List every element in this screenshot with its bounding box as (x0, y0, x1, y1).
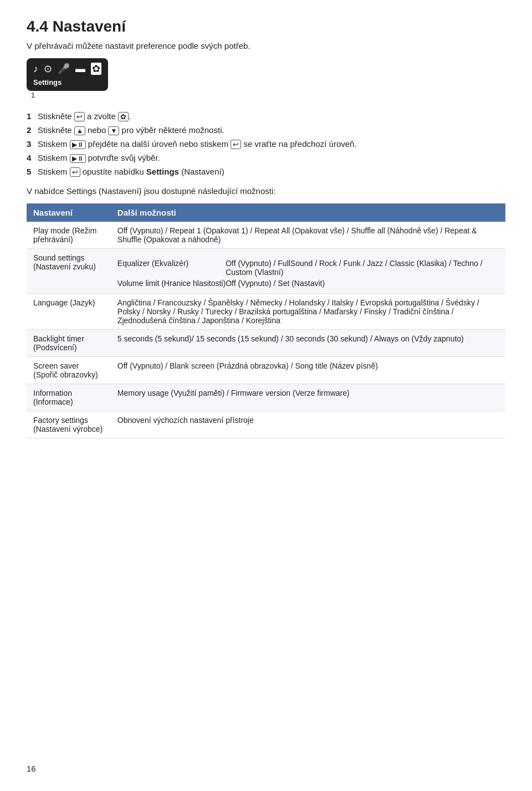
table-cell-dalsi: Off (Vypnuto) / Blank screen (Prázdná ob… (111, 356, 505, 384)
mic-icon: 🎤 (58, 63, 70, 75)
step-2-text: Stiskněte ▲ nebo ▼ pro výběr některé mož… (38, 125, 224, 135)
sub-cell-value: Off (Vypnuto) / FullSound / Rock / Funk … (226, 258, 499, 278)
sub-cell-value: Off (Vypnuto) / Set (Nastavit) (226, 278, 499, 289)
section-intro: V nabídce Settings (Nastavení) jsou dost… (27, 185, 505, 198)
step-5-num: 5 (27, 167, 34, 176)
table-cell-nastaveni: Backlight timer (Podsvícení) (27, 329, 111, 356)
back-icon-3: ↩ (231, 140, 241, 149)
settings-icon-active: ✿ (91, 63, 101, 75)
settings-bold: Settings (146, 167, 179, 176)
table-row: Sound settings (Nastavení zvuku)Equalize… (27, 248, 505, 293)
table-row: Information (Informace)Memory usage (Vyu… (27, 384, 505, 411)
step-2-num: 2 (27, 125, 34, 135)
page-title: 4.4 Nastavení (27, 18, 505, 35)
device-number-label: 1 (31, 91, 108, 99)
device-image: ♪ ⊙ 🎤 ▬ ✿ Settings 1 (27, 58, 505, 100)
subtitle: V přehrávači můžete nastavit preference … (27, 41, 505, 50)
sub-cell-label: Volume limit (Hranice hlasitosti) (117, 278, 226, 289)
device-label: Settings (33, 78, 62, 86)
play-icon-3: ▶⏸ (70, 140, 86, 149)
camera-icon: ⊙ (44, 63, 52, 75)
device-box: ♪ ⊙ 🎤 ▬ ✿ Settings (27, 58, 108, 91)
back-icon-5: ↩ (70, 167, 80, 177)
step-5: 5 Stiskem ↩ opustíte nabídku Settings (N… (27, 167, 505, 176)
table-cell-dalsi: Obnovení výchozích nastavení přístroje (111, 411, 505, 438)
table-row: Language (Jazyk)Angličtina / Francouzsky… (27, 293, 505, 329)
table-row: Play mode (Režim přehrávání)Off (Vypnuto… (27, 222, 505, 249)
up-icon: ▲ (74, 126, 85, 135)
file-icon: ▬ (75, 63, 85, 75)
step-5-text: Stiskem ↩ opustíte nabídku Settings (Nas… (38, 167, 224, 176)
step-4-num: 4 (27, 153, 34, 162)
table-cell-nastaveni: Factory settings (Nastavení výrobce) (27, 411, 111, 438)
down-icon: ▼ (108, 126, 119, 135)
table-cell-nastaveni: Screen saver (Spořič obrazovky) (27, 356, 111, 384)
table-cell-nastaveni: Language (Jazyk) (27, 293, 111, 329)
step-1-num: 1 (27, 111, 34, 121)
step-3: 3 Stiskem ▶⏸ přejděte na další úroveň ne… (27, 139, 505, 149)
step-3-text: Stiskem ▶⏸ přejděte na další úroveň nebo… (38, 139, 357, 149)
table-cell-nastaveni: Sound settings (Nastavení zvuku) (27, 248, 111, 293)
back-icon-1: ↩ (74, 112, 85, 121)
table-cell-dalsi: Off (Vypnuto) / Repeat 1 (Opakovat 1) / … (111, 222, 505, 249)
table-row: Factory settings (Nastavení výrobce)Obno… (27, 411, 505, 438)
col-header-dalsi: Další možnosti (111, 203, 505, 222)
step-2: 2 Stiskněte ▲ nebo ▼ pro výběr některé m… (27, 125, 505, 135)
music-icon: ♪ (33, 63, 38, 75)
step-4-text: Stiskem ▶⏸ potvrďte svůj výběr. (38, 153, 160, 162)
table-cell-dalsi: 5 seconds (5 sekund)/ 15 seconds (15 sek… (111, 329, 505, 356)
table-cell-nastaveni: Information (Informace) (27, 384, 111, 411)
steps-list: 1 Stiskněte ↩ a zvolte ✿. 2 Stiskněte ▲ … (27, 111, 505, 176)
settings-gear-icon: ✿ (118, 112, 129, 121)
table-cell-dalsi: Angličtina / Francouzsky / Španělsky / N… (111, 293, 505, 329)
table-row: Screen saver (Spořič obrazovky)Off (Vypn… (27, 356, 505, 384)
device-icons-row: ♪ ⊙ 🎤 ▬ ✿ (33, 63, 101, 75)
settings-table: Nastavení Další možnosti Play mode (Reži… (27, 203, 505, 438)
play-icon-4: ▶⏸ (70, 154, 86, 163)
col-header-nastaveni: Nastavení (27, 203, 111, 222)
table-cell-dalsi: Equalizer (Ekvalizér)Off (Vypnuto) / Ful… (111, 248, 505, 293)
step-1: 1 Stiskněte ↩ a zvolte ✿. (27, 111, 505, 121)
step-3-num: 3 (27, 139, 34, 149)
table-cell-nastaveni: Play mode (Režim přehrávání) (27, 222, 111, 249)
step-1-text: Stiskněte ↩ a zvolte ✿. (38, 111, 131, 121)
step-4: 4 Stiskem ▶⏸ potvrďte svůj výběr. (27, 153, 505, 162)
table-row: Backlight timer (Podsvícení)5 seconds (5… (27, 329, 505, 356)
sub-cell-label: Equalizer (Ekvalizér) (117, 258, 226, 278)
table-cell-dalsi: Memory usage (Využití paměti) / Firmware… (111, 384, 505, 411)
